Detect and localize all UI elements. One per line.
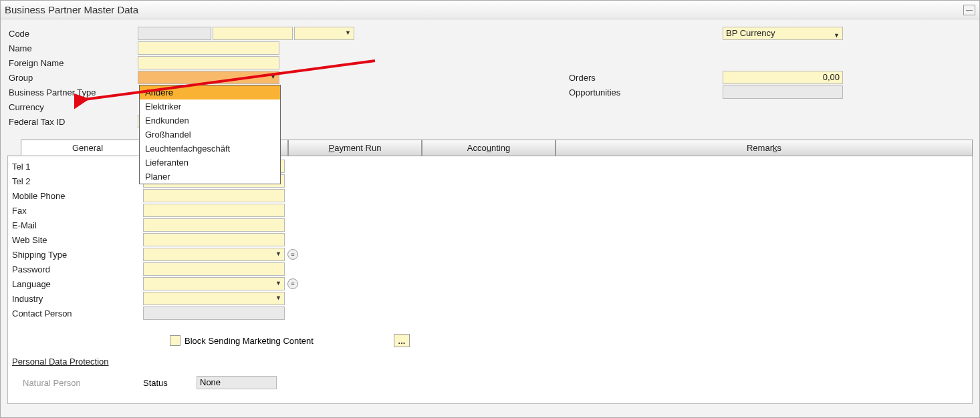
block-marketing-label: Block Sending Marketing Content <box>185 336 314 346</box>
foreign-name-label: Foreign Name <box>7 58 138 68</box>
tab-accounting[interactable]: Accounting <box>422 140 556 156</box>
status-value: None <box>197 376 277 389</box>
window-title: Business Partner Master Data <box>5 4 138 15</box>
language-link-icon[interactable]: ≡ <box>287 278 298 289</box>
industry-dropdown[interactable] <box>143 292 285 305</box>
shipping-type-link-icon[interactable]: ≡ <box>287 249 298 260</box>
shipping-type-label: Shipping Type <box>9 250 143 260</box>
window-body: Code Name Foreign Name Group Busin <box>1 19 979 417</box>
foreign-name-input[interactable] <box>138 56 279 69</box>
tab-general[interactable]: General <box>21 140 154 156</box>
website-label: Web Site <box>9 235 143 245</box>
tel2-label: Tel 2 <box>9 176 143 186</box>
opportunities-value <box>723 85 843 99</box>
password-label: Password <box>9 264 143 274</box>
name-input[interactable] <box>138 41 279 55</box>
contact-person-input[interactable] <box>143 306 285 320</box>
tab-remarks[interactable]: Remarks <box>556 140 973 156</box>
contact-person-label: Contact Person <box>9 308 143 319</box>
block-marketing-checkbox[interactable] <box>170 335 180 346</box>
industry-label: Industry <box>9 294 143 304</box>
orders-value: 0,00 <box>723 71 843 84</box>
website-input[interactable] <box>143 233 285 246</box>
group-dropdown[interactable] <box>138 71 279 84</box>
code-type-field[interactable] <box>138 27 211 40</box>
group-dropdown-popup[interactable]: AndereElektrikerEndkundenGroßhandelLeuch… <box>139 85 281 184</box>
titlebar: Business Partner Master Data — <box>1 1 979 19</box>
group-option[interactable]: Endkunden <box>140 114 280 128</box>
window-controls: — <box>963 5 975 15</box>
personal-data-protection-link[interactable]: Personal Data Protection <box>9 357 143 367</box>
password-input[interactable] <box>143 262 285 276</box>
currency-label: Currency <box>7 102 138 112</box>
code-dropdown[interactable] <box>294 27 354 40</box>
code-label: Code <box>7 29 138 39</box>
orders-label: Orders <box>569 73 723 83</box>
language-dropdown[interactable] <box>143 277 285 290</box>
group-option[interactable]: Leuchtenfachgeschäft <box>140 142 280 156</box>
mobile-input[interactable] <box>143 189 285 202</box>
group-option[interactable]: Lieferanten <box>140 156 280 170</box>
bp-master-window: Business Partner Master Data — Code Name <box>0 0 980 418</box>
name-label: Name <box>7 43 138 53</box>
federal-tax-label: Federal Tax ID <box>7 117 138 127</box>
code-input[interactable] <box>213 27 293 40</box>
natural-person-label: Natural Person <box>9 378 143 388</box>
minimize-button[interactable]: — <box>963 5 975 15</box>
shipping-type-dropdown[interactable] <box>143 248 285 261</box>
group-option[interactable]: Elektriker <box>140 99 280 114</box>
group-label: Group <box>7 73 138 83</box>
tab-payment-run[interactable]: Payment Run <box>288 140 422 156</box>
email-label: E-Mail <box>9 220 143 230</box>
group-option[interactable]: Großhandel <box>140 128 280 142</box>
right-column: BP Currency Orders 0,00 Opportunities <box>569 26 843 99</box>
bp-currency-dropdown[interactable]: BP Currency <box>723 27 843 40</box>
tab-general-body: Tel 1 Tel 2 Mobile Phone Fax E-Mail Web … <box>7 156 973 404</box>
fax-label: Fax <box>9 206 143 216</box>
fax-input[interactable] <box>143 204 285 217</box>
group-option[interactable]: Andere <box>140 85 280 99</box>
block-marketing-details-button[interactable]: ... <box>394 334 410 347</box>
language-label: Language <box>9 279 143 289</box>
bp-type-label: Business Partner Type <box>7 87 138 97</box>
email-input[interactable] <box>143 218 285 232</box>
header-form: Code Name Foreign Name Group Busin <box>7 26 973 133</box>
group-option[interactable]: Planer <box>140 170 280 184</box>
tel1-label: Tel 1 <box>9 162 143 172</box>
status-label: Status <box>143 378 197 388</box>
opportunities-label: Opportunities <box>569 87 723 97</box>
mobile-label: Mobile Phone <box>9 191 143 201</box>
